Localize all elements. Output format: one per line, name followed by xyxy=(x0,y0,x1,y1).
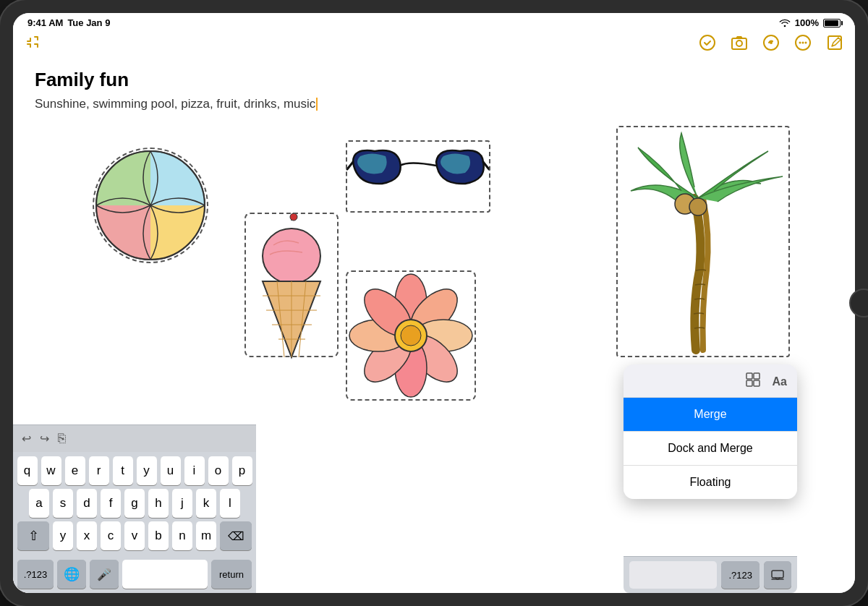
hide-keyboard-icon xyxy=(771,570,784,580)
checkmark-icon xyxy=(699,34,716,51)
key-f[interactable]: f xyxy=(101,489,121,518)
keyboard-row-2: a s d f g h j k l xyxy=(17,489,252,518)
key-c[interactable]: c xyxy=(101,521,121,550)
grid-icon[interactable] xyxy=(745,372,761,391)
key-q[interactable]: q xyxy=(17,456,38,485)
keyboard-rows: q w e r t y u i o p a s d f g xyxy=(13,452,256,560)
dock-and-merge-option[interactable]: Dock and Merge xyxy=(624,432,797,466)
return-key[interactable]: return xyxy=(211,560,252,589)
beach-ball-svg xyxy=(93,148,208,263)
toolbar-left xyxy=(25,34,42,51)
key-h[interactable]: h xyxy=(148,489,169,518)
key-n[interactable]: n xyxy=(172,521,192,550)
merge-option[interactable]: Merge xyxy=(624,398,797,432)
text-size-icon[interactable]: Aa xyxy=(773,375,787,388)
key-u[interactable]: u xyxy=(161,456,181,485)
key-l[interactable]: l xyxy=(220,489,240,518)
sunglasses-svg xyxy=(346,140,490,213)
camera-icon xyxy=(731,34,748,51)
key-i[interactable]: i xyxy=(184,456,205,485)
status-bar: 9:41 AM Tue Jan 9 100% xyxy=(13,13,855,31)
ice-cream-drawing xyxy=(244,213,339,357)
key-y2[interactable]: y xyxy=(53,521,73,550)
note-body: Sunshine, swimming pool, pizza, fruit, d… xyxy=(35,97,833,111)
popup-bottom-bar: .?123 xyxy=(624,556,797,593)
key-y[interactable]: y xyxy=(137,456,157,485)
app-toolbar xyxy=(13,31,855,57)
key-p[interactable]: p xyxy=(232,456,252,485)
checkmark-button[interactable] xyxy=(699,34,716,51)
more-button[interactable] xyxy=(794,34,812,51)
status-left: 9:41 AM Tue Jan 9 xyxy=(27,17,110,28)
key-x[interactable]: x xyxy=(77,521,97,550)
key-o[interactable]: o xyxy=(208,456,229,485)
popup-header: Aa xyxy=(624,364,797,398)
svg-point-13 xyxy=(263,229,320,283)
markup-button[interactable] xyxy=(762,34,780,51)
key-k[interactable]: k xyxy=(196,489,216,518)
battery-fill xyxy=(825,20,838,26)
beach-ball-drawing xyxy=(93,148,208,263)
key-t[interactable]: t xyxy=(113,456,133,485)
battery-icon xyxy=(823,19,841,27)
keyboard-bottom-row: .?123 🌐 🎤 return xyxy=(13,560,256,593)
text-cursor xyxy=(316,98,318,111)
popup-hide-keyboard-button[interactable] xyxy=(764,561,791,589)
space-key[interactable] xyxy=(122,560,208,589)
redo-button[interactable]: ↪ xyxy=(40,432,49,445)
svg-point-8 xyxy=(805,42,807,44)
ice-cream-svg xyxy=(244,213,339,372)
floating-option[interactable]: Floating xyxy=(624,466,797,499)
keyboard-toolbar: ↩ ↪ ⎘ xyxy=(13,425,256,452)
svg-rect-36 xyxy=(746,373,752,379)
camera-button[interactable] xyxy=(731,34,748,51)
popup-numbers-key[interactable]: .?123 xyxy=(721,561,760,589)
svg-point-0 xyxy=(700,35,715,50)
key-d[interactable]: d xyxy=(77,489,97,518)
svg-line-21 xyxy=(347,162,353,169)
globe-key[interactable]: 🌐 xyxy=(57,560,86,589)
key-r[interactable]: r xyxy=(89,456,109,485)
mic-key[interactable]: 🎤 xyxy=(90,560,119,589)
svg-point-12 xyxy=(290,213,297,221)
key-e[interactable]: e xyxy=(65,456,85,485)
grid-view-icon xyxy=(745,372,761,388)
svg-rect-38 xyxy=(746,380,752,386)
delete-key[interactable]: ⌫ xyxy=(220,521,252,550)
markup-icon xyxy=(762,34,780,51)
palm-tree-svg xyxy=(616,126,790,357)
keyboard-row-3: ⇧ y x c v b n m ⌫ xyxy=(17,521,252,550)
svg-point-2 xyxy=(736,40,742,46)
svg-point-34 xyxy=(689,198,707,215)
compose-button[interactable] xyxy=(826,34,843,51)
flower-drawing xyxy=(346,270,476,401)
svg-point-4 xyxy=(770,41,773,44)
status-right: 100% xyxy=(779,17,841,28)
key-g[interactable]: g xyxy=(124,489,145,518)
key-v[interactable]: v xyxy=(124,521,145,550)
shift-key[interactable]: ⇧ xyxy=(17,521,49,550)
sunglasses-drawing xyxy=(346,140,490,213)
keyboard-type-popup: Aa Merge Dock and Merge Floating xyxy=(624,364,797,499)
key-a[interactable]: a xyxy=(29,489,49,518)
key-b[interactable]: b xyxy=(148,521,169,550)
keyboard-row-1: q w e r t y u i o p xyxy=(17,456,252,485)
undo-button[interactable]: ↩ xyxy=(22,432,31,445)
flower-svg xyxy=(346,270,476,401)
svg-rect-37 xyxy=(754,373,760,379)
paste-button[interactable]: ⎘ xyxy=(58,431,66,446)
note-title: Family fun xyxy=(35,69,833,91)
more-icon xyxy=(794,34,812,51)
key-j[interactable]: j xyxy=(172,489,192,518)
keyboard-container: ↩ ↪ ⎘ q w e r t y u i o p xyxy=(13,424,256,593)
key-s[interactable]: s xyxy=(53,489,73,518)
compress-button[interactable] xyxy=(25,34,42,51)
numbers-key[interactable]: .?123 xyxy=(17,560,54,589)
compose-icon xyxy=(826,34,843,51)
popup-space-key[interactable] xyxy=(629,561,717,589)
date-display: Tue Jan 9 xyxy=(67,17,110,28)
key-w[interactable]: w xyxy=(41,456,61,485)
key-m[interactable]: m xyxy=(196,521,216,550)
toolbar-right xyxy=(699,34,843,51)
svg-rect-39 xyxy=(754,380,760,386)
